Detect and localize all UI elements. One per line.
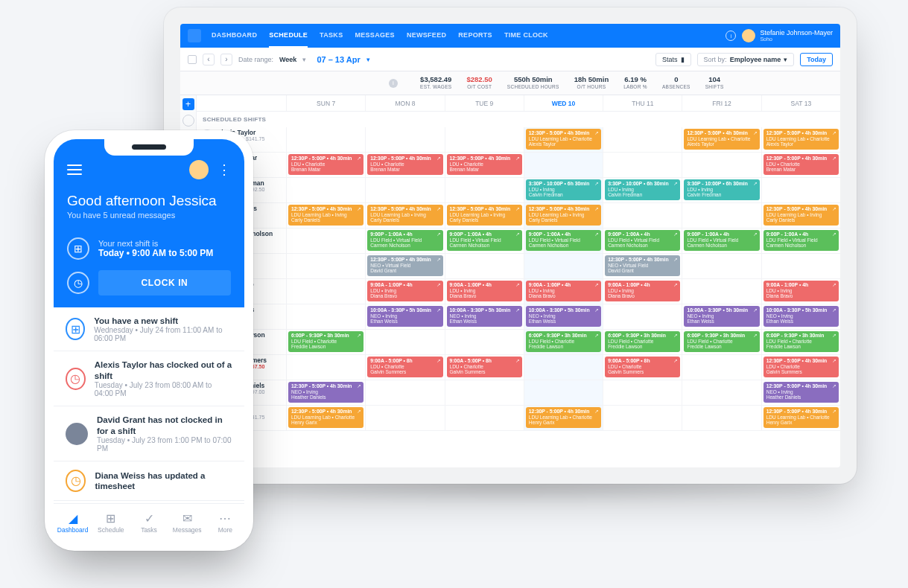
schedule-cell[interactable]: ↗12:30P - 5:00P • 4h 30minLDU • Charlott… bbox=[286, 153, 365, 177]
shift-block[interactable]: ↗9:00P - 1:00A • 4hLDU Field • Virtual F… bbox=[447, 230, 522, 251]
schedule-cell[interactable]: ↗10:00A - 3:30P • 5h 30minNEO • IrvingEt… bbox=[524, 304, 603, 329]
shift-block[interactable]: ↗9:00A - 5:00P • 8hLDU • CharlotteGalvin… bbox=[367, 357, 442, 377]
schedule-cell[interactable] bbox=[445, 330, 524, 354]
schedule-cell[interactable]: ↗12:30P - 5:00P • 4h 30minLDU Learning L… bbox=[286, 406, 365, 430]
today-button[interactable]: Today bbox=[800, 53, 833, 66]
shift-block[interactable]: ↗10:00A - 3:30P • 5h 30minNEO • IrvingEt… bbox=[684, 306, 759, 327]
schedule-cell[interactable] bbox=[603, 406, 682, 430]
schedule-cell[interactable]: ↗6:00P - 9:30P • 3h 30minLDU Field • Cha… bbox=[286, 330, 365, 354]
shift-block[interactable]: ↗10:00A - 3:30P • 5h 30minNEO • IrvingEt… bbox=[763, 306, 839, 327]
schedule-cell[interactable] bbox=[286, 254, 365, 278]
shift-block[interactable]: ↗12:30P - 5:00P • 4h 30minLDU Learning L… bbox=[684, 129, 759, 150]
schedule-cell[interactable]: ↗3:30P - 10:00P • 6h 30minLDU • IrvingCa… bbox=[524, 178, 603, 202]
prev-week-button[interactable]: ‹ bbox=[203, 54, 215, 65]
schedule-cell[interactable]: ↗12:30P - 5:00P • 4h 30minLDU Learning L… bbox=[761, 127, 840, 152]
shift-block[interactable]: ↗12:30P - 5:00P • 4h 30minNEO • Virtual … bbox=[605, 255, 680, 276]
shift-block[interactable]: ↗9:00P - 1:00A • 4hLDU Field • Virtual F… bbox=[684, 230, 759, 251]
schedule-cell[interactable]: ↗9:00A - 5:00P • 8hLDU • CharlotteGalvin… bbox=[445, 355, 524, 380]
schedule-cell[interactable]: ↗12:30P - 5:00P • 4h 30minNEO • Virtual … bbox=[603, 254, 682, 278]
schedule-cell[interactable] bbox=[365, 380, 444, 405]
schedule-cell[interactable]: ↗12:30P - 5:00P • 4h 30minLDU • Charlott… bbox=[445, 153, 524, 177]
schedule-cell[interactable]: ↗9:00P - 1:00A • 4hLDU Field • Virtual F… bbox=[524, 229, 603, 253]
schedule-cell[interactable] bbox=[286, 279, 365, 304]
nav-dashboard[interactable]: DASHBOARD bbox=[212, 24, 257, 48]
help-icon[interactable]: i bbox=[726, 31, 736, 41]
shift-block[interactable]: ↗10:00A - 3:30P • 5h 30minNEO • IrvingEt… bbox=[367, 306, 442, 327]
schedule-cell[interactable] bbox=[682, 380, 761, 405]
schedule-cell[interactable]: ↗9:00A - 1:00P • 4hLDU • IrvingDiana Bra… bbox=[524, 279, 603, 304]
schedule-cell[interactable]: ↗10:00A - 3:30P • 5h 30minNEO • IrvingEt… bbox=[445, 304, 524, 329]
clock-in-button[interactable]: CLOCK IN bbox=[98, 270, 231, 295]
schedule-cell[interactable]: ↗3:30P - 10:00P • 6h 30minLDU • IrvingCa… bbox=[682, 178, 761, 202]
schedule-cell[interactable] bbox=[445, 254, 524, 278]
schedule-cell[interactable]: ↗3:30P - 10:00P • 6h 30minLDU • IrvingCa… bbox=[603, 178, 682, 202]
more-icon[interactable]: ⋮ bbox=[218, 162, 231, 178]
schedule-cell[interactable]: ↗12:30P - 5:00P • 4h 30minLDU • Charlott… bbox=[761, 153, 840, 177]
day-header[interactable]: SAT 13 bbox=[761, 95, 840, 111]
shift-block[interactable]: ↗12:30P - 5:00P • 4h 30minLDU Learning L… bbox=[526, 205, 601, 226]
schedule-cell[interactable]: ↗9:00P - 1:00A • 4hLDU Field • Virtual F… bbox=[445, 229, 524, 253]
nav-messages[interactable]: MESSAGES bbox=[355, 24, 394, 48]
shift-block[interactable]: ↗12:30P - 5:00P • 4h 30minLDU Learning L… bbox=[288, 205, 363, 226]
day-header[interactable]: THU 11 bbox=[603, 95, 682, 111]
feed-item[interactable]: David Grant has not clocked in for a shi… bbox=[54, 406, 244, 461]
visibility-toggle-icon[interactable] bbox=[182, 115, 194, 127]
schedule-cell[interactable]: ↗6:00P - 9:30P • 3h 30minLDU Field • Cha… bbox=[682, 330, 761, 354]
current-user[interactable]: Stefanie Johnson-Mayer Soho bbox=[742, 29, 833, 42]
schedule-cell[interactable] bbox=[365, 127, 444, 152]
schedule-cell[interactable]: ↗9:00A - 5:00P • 8hLDU • CharlotteGalvin… bbox=[365, 355, 444, 380]
shift-block[interactable]: ↗12:30P - 5:00P • 4h 30minLDU Learning L… bbox=[763, 129, 839, 150]
schedule-cell[interactable] bbox=[365, 406, 444, 430]
schedule-cell[interactable]: ↗12:30P - 5:00P • 4h 30minLDU Learning L… bbox=[761, 203, 840, 228]
schedule-cell[interactable]: ↗9:00P - 1:00A • 4hLDU Field • Virtual F… bbox=[603, 229, 682, 253]
schedule-cell[interactable]: ↗12:30P - 5:00P • 4h 30minLDU • Charlott… bbox=[365, 153, 444, 177]
schedule-cell[interactable] bbox=[682, 254, 761, 278]
schedule-cell[interactable] bbox=[286, 304, 365, 329]
shift-block[interactable]: ↗12:30P - 5:00P • 4h 30minLDU Learning L… bbox=[367, 205, 442, 226]
shift-block[interactable]: ↗9:00A - 1:00P • 4hLDU • IrvingDiana Bra… bbox=[763, 281, 839, 301]
stats-button[interactable]: Stats▮ bbox=[655, 53, 691, 66]
schedule-cell[interactable]: ↗12:30P - 5:00P • 4h 30minLDU • Charlott… bbox=[761, 355, 840, 380]
shift-block[interactable]: ↗12:30P - 5:00P • 4h 30minLDU Learning L… bbox=[763, 205, 839, 226]
nav-time-clock[interactable]: TIME CLOCK bbox=[504, 24, 548, 48]
day-header[interactable]: TUE 9 bbox=[445, 95, 524, 111]
shift-block[interactable]: ↗12:30P - 5:00P • 4h 30minNEO • Virtual … bbox=[367, 255, 442, 276]
shift-block[interactable]: ↗12:30P - 5:00P • 4h 30minLDU Learning L… bbox=[447, 205, 522, 226]
shift-block[interactable]: ↗9:00P - 1:00A • 4hLDU Field • Virtual F… bbox=[605, 230, 680, 251]
schedule-cell[interactable]: ↗12:30P - 5:00P • 4h 30minNEO • IrvingHe… bbox=[761, 380, 840, 405]
shift-block[interactable]: ↗9:00P - 1:00A • 4hLDU Field • Virtual F… bbox=[526, 230, 601, 251]
date-range-mode[interactable]: Week bbox=[279, 56, 296, 63]
schedule-cell[interactable] bbox=[445, 406, 524, 430]
schedule-cell[interactable] bbox=[365, 330, 444, 354]
shift-block[interactable]: ↗6:00P - 9:30P • 3h 30minLDU Field • Cha… bbox=[526, 331, 601, 352]
nav-tasks[interactable]: TASKS bbox=[320, 24, 343, 48]
shift-block[interactable]: ↗3:30P - 10:00P • 6h 30minLDU • IrvingCa… bbox=[605, 179, 680, 200]
shift-block[interactable]: ↗6:00P - 9:30P • 3h 30minLDU Field • Cha… bbox=[605, 331, 680, 352]
sort-dropdown[interactable]: Sort by: Employee name ▾ bbox=[697, 53, 795, 66]
avatar[interactable] bbox=[189, 160, 209, 179]
schedule-cell[interactable] bbox=[682, 279, 761, 304]
shift-block[interactable]: ↗12:30P - 5:00P • 4h 30minLDU • Charlott… bbox=[288, 154, 363, 175]
schedule-cell[interactable]: ↗9:00A - 1:00P • 4hLDU • IrvingDiana Bra… bbox=[365, 279, 444, 304]
shift-block[interactable]: ↗6:00P - 9:30P • 3h 30minLDU Field • Cha… bbox=[288, 331, 363, 352]
schedule-cell[interactable] bbox=[286, 127, 365, 152]
shift-block[interactable]: ↗6:00P - 9:30P • 3h 30minLDU Field • Cha… bbox=[763, 331, 839, 352]
schedule-cell[interactable] bbox=[682, 406, 761, 430]
shift-block[interactable]: ↗9:00A - 5:00P • 8hLDU • CharlotteGalvin… bbox=[605, 357, 680, 377]
schedule-cell[interactable] bbox=[524, 380, 603, 405]
shift-block[interactable]: ↗12:30P - 5:00P • 4h 30minLDU • Charlott… bbox=[367, 154, 442, 175]
schedule-cell[interactable] bbox=[603, 304, 682, 329]
schedule-cell[interactable]: ↗6:00P - 9:30P • 3h 30minLDU Field • Cha… bbox=[603, 330, 682, 354]
schedule-cell[interactable] bbox=[286, 355, 365, 380]
shift-block[interactable]: ↗9:00A - 1:00P • 4hLDU • IrvingDiana Bra… bbox=[367, 281, 442, 301]
schedule-cell[interactable]: ↗9:00A - 1:00P • 4hLDU • IrvingDiana Bra… bbox=[445, 279, 524, 304]
schedule-cell[interactable]: ↗12:30P - 5:00P • 4h 30minLDU Learning L… bbox=[682, 127, 761, 152]
schedule-cell[interactable]: ↗12:30P - 5:00P • 4h 30minLDU Learning L… bbox=[524, 203, 603, 228]
schedule-cell[interactable]: ↗10:00A - 3:30P • 5h 30minNEO • IrvingEt… bbox=[761, 304, 840, 329]
nav-reports[interactable]: REPORTS bbox=[458, 24, 492, 48]
schedule-cell[interactable]: ↗12:30P - 5:00P • 4h 30minLDU Learning L… bbox=[286, 203, 365, 228]
schedule-cell[interactable]: ↗9:00A - 1:00P • 4hLDU • IrvingDiana Bra… bbox=[603, 279, 682, 304]
schedule-cell[interactable] bbox=[761, 178, 840, 202]
feed-item[interactable]: ◷Diana Weiss has updated a timesheet bbox=[54, 461, 244, 501]
schedule-cell[interactable] bbox=[603, 203, 682, 228]
